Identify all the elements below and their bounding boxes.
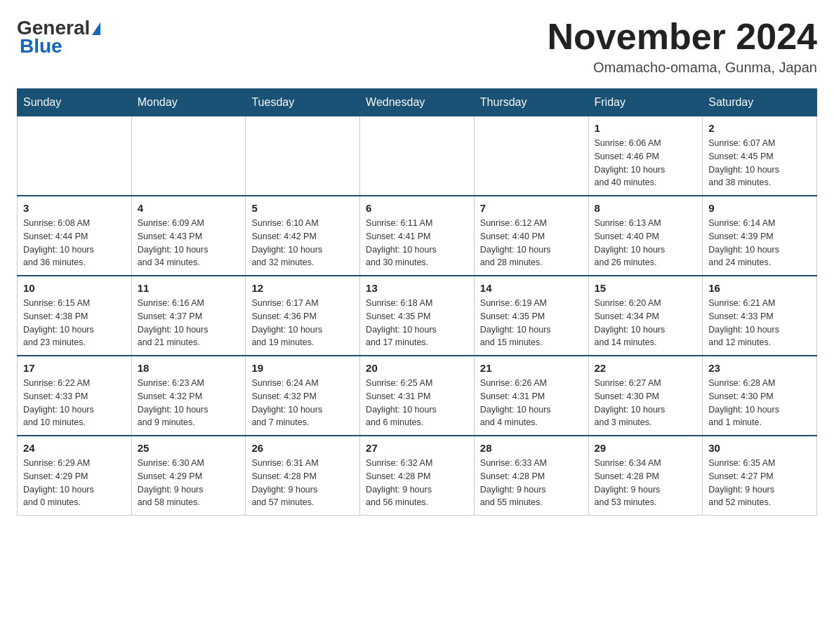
calendar-cell: 26Sunrise: 6:31 AM Sunset: 4:28 PM Dayli… xyxy=(246,436,360,516)
calendar-cell: 3Sunrise: 6:08 AM Sunset: 4:44 PM Daylig… xyxy=(18,196,132,276)
week-row-1: 1Sunrise: 6:06 AM Sunset: 4:46 PM Daylig… xyxy=(18,116,817,196)
calendar-cell: 23Sunrise: 6:28 AM Sunset: 4:30 PM Dayli… xyxy=(703,356,817,436)
day-info: Sunrise: 6:10 AM Sunset: 4:42 PM Dayligh… xyxy=(251,217,354,269)
page-header: General Blue November 2024 Omamacho-omam… xyxy=(17,17,817,76)
day-info: Sunrise: 6:16 AM Sunset: 4:37 PM Dayligh… xyxy=(138,297,240,349)
calendar-cell: 30Sunrise: 6:35 AM Sunset: 4:27 PM Dayli… xyxy=(703,436,817,516)
logo-triangle-icon xyxy=(92,22,100,35)
day-number: 22 xyxy=(595,362,697,374)
day-info: Sunrise: 6:15 AM Sunset: 4:38 PM Dayligh… xyxy=(23,297,126,349)
day-number: 7 xyxy=(480,202,583,214)
day-number: 13 xyxy=(366,282,468,294)
title-area: November 2024 Omamacho-omama, Gunma, Jap… xyxy=(548,17,817,76)
calendar-cell: 18Sunrise: 6:23 AM Sunset: 4:32 PM Dayli… xyxy=(131,356,246,436)
day-info: Sunrise: 6:17 AM Sunset: 4:36 PM Dayligh… xyxy=(251,297,354,349)
day-info: Sunrise: 6:30 AM Sunset: 4:29 PM Dayligh… xyxy=(138,457,240,509)
day-header-thursday: Thursday xyxy=(474,89,588,116)
day-header-row: SundayMondayTuesdayWednesdayThursdayFrid… xyxy=(18,89,817,116)
day-header-saturday: Saturday xyxy=(703,89,817,116)
calendar-cell: 28Sunrise: 6:33 AM Sunset: 4:28 PM Dayli… xyxy=(474,436,588,516)
day-number: 8 xyxy=(595,202,697,214)
calendar-cell: 9Sunrise: 6:14 AM Sunset: 4:39 PM Daylig… xyxy=(703,196,817,276)
day-info: Sunrise: 6:26 AM Sunset: 4:31 PM Dayligh… xyxy=(480,377,583,429)
day-number: 4 xyxy=(138,202,240,214)
day-info: Sunrise: 6:14 AM Sunset: 4:39 PM Dayligh… xyxy=(708,217,811,269)
day-header-sunday: Sunday xyxy=(18,89,132,116)
day-number: 1 xyxy=(595,122,697,134)
day-info: Sunrise: 6:31 AM Sunset: 4:28 PM Dayligh… xyxy=(251,457,354,509)
day-info: Sunrise: 6:07 AM Sunset: 4:45 PM Dayligh… xyxy=(708,137,811,189)
day-number: 15 xyxy=(595,282,697,294)
day-number: 19 xyxy=(251,362,354,374)
day-info: Sunrise: 6:08 AM Sunset: 4:44 PM Dayligh… xyxy=(23,217,126,269)
day-number: 11 xyxy=(138,282,240,294)
calendar-cell xyxy=(474,116,588,196)
day-info: Sunrise: 6:25 AM Sunset: 4:31 PM Dayligh… xyxy=(366,377,468,429)
calendar-cell: 19Sunrise: 6:24 AM Sunset: 4:32 PM Dayli… xyxy=(246,356,360,436)
calendar-cell: 7Sunrise: 6:12 AM Sunset: 4:40 PM Daylig… xyxy=(474,196,588,276)
calendar-cell xyxy=(131,116,246,196)
calendar-cell: 27Sunrise: 6:32 AM Sunset: 4:28 PM Dayli… xyxy=(360,436,475,516)
day-info: Sunrise: 6:27 AM Sunset: 4:30 PM Dayligh… xyxy=(595,377,697,429)
location-text: Omamacho-omama, Gunma, Japan xyxy=(548,60,817,76)
day-info: Sunrise: 6:19 AM Sunset: 4:35 PM Dayligh… xyxy=(480,297,583,349)
day-number: 28 xyxy=(480,442,583,454)
day-number: 18 xyxy=(138,362,240,374)
calendar-cell: 10Sunrise: 6:15 AM Sunset: 4:38 PM Dayli… xyxy=(18,276,132,356)
day-number: 12 xyxy=(251,282,354,294)
day-header-friday: Friday xyxy=(588,89,703,116)
week-row-2: 3Sunrise: 6:08 AM Sunset: 4:44 PM Daylig… xyxy=(18,196,817,276)
day-info: Sunrise: 6:20 AM Sunset: 4:34 PM Dayligh… xyxy=(595,297,697,349)
calendar-cell: 20Sunrise: 6:25 AM Sunset: 4:31 PM Dayli… xyxy=(360,356,475,436)
day-number: 25 xyxy=(138,442,240,454)
day-number: 26 xyxy=(251,442,354,454)
day-header-tuesday: Tuesday xyxy=(246,89,360,116)
calendar-cell: 25Sunrise: 6:30 AM Sunset: 4:29 PM Dayli… xyxy=(131,436,246,516)
day-number: 5 xyxy=(251,202,354,214)
calendar-cell: 22Sunrise: 6:27 AM Sunset: 4:30 PM Dayli… xyxy=(588,356,703,436)
day-info: Sunrise: 6:13 AM Sunset: 4:40 PM Dayligh… xyxy=(595,217,697,269)
logo: General Blue xyxy=(17,17,100,58)
calendar-cell: 13Sunrise: 6:18 AM Sunset: 4:35 PM Dayli… xyxy=(360,276,475,356)
day-info: Sunrise: 6:33 AM Sunset: 4:28 PM Dayligh… xyxy=(480,457,583,509)
day-number: 10 xyxy=(23,282,126,294)
day-number: 14 xyxy=(480,282,583,294)
calendar-cell: 1Sunrise: 6:06 AM Sunset: 4:46 PM Daylig… xyxy=(588,116,703,196)
calendar-cell: 29Sunrise: 6:34 AM Sunset: 4:28 PM Dayli… xyxy=(588,436,703,516)
day-header-wednesday: Wednesday xyxy=(360,89,475,116)
day-header-monday: Monday xyxy=(131,89,246,116)
calendar-table: SundayMondayTuesdayWednesdayThursdayFrid… xyxy=(17,88,817,516)
day-info: Sunrise: 6:23 AM Sunset: 4:32 PM Dayligh… xyxy=(138,377,240,429)
calendar-cell: 17Sunrise: 6:22 AM Sunset: 4:33 PM Dayli… xyxy=(18,356,132,436)
calendar-cell: 14Sunrise: 6:19 AM Sunset: 4:35 PM Dayli… xyxy=(474,276,588,356)
day-info: Sunrise: 6:29 AM Sunset: 4:29 PM Dayligh… xyxy=(23,457,126,509)
day-info: Sunrise: 6:12 AM Sunset: 4:40 PM Dayligh… xyxy=(480,217,583,269)
logo-blue-text: Blue xyxy=(20,35,62,58)
day-number: 6 xyxy=(366,202,468,214)
day-info: Sunrise: 6:21 AM Sunset: 4:33 PM Dayligh… xyxy=(708,297,811,349)
calendar-cell: 24Sunrise: 6:29 AM Sunset: 4:29 PM Dayli… xyxy=(18,436,132,516)
month-title: November 2024 xyxy=(548,17,817,57)
calendar-cell: 5Sunrise: 6:10 AM Sunset: 4:42 PM Daylig… xyxy=(246,196,360,276)
calendar-cell xyxy=(246,116,360,196)
calendar-cell: 12Sunrise: 6:17 AM Sunset: 4:36 PM Dayli… xyxy=(246,276,360,356)
day-info: Sunrise: 6:35 AM Sunset: 4:27 PM Dayligh… xyxy=(708,457,811,509)
day-info: Sunrise: 6:22 AM Sunset: 4:33 PM Dayligh… xyxy=(23,377,126,429)
day-info: Sunrise: 6:32 AM Sunset: 4:28 PM Dayligh… xyxy=(366,457,468,509)
day-number: 24 xyxy=(23,442,126,454)
day-number: 17 xyxy=(23,362,126,374)
day-info: Sunrise: 6:18 AM Sunset: 4:35 PM Dayligh… xyxy=(366,297,468,349)
day-info: Sunrise: 6:11 AM Sunset: 4:41 PM Dayligh… xyxy=(366,217,468,269)
day-number: 2 xyxy=(708,122,811,134)
day-info: Sunrise: 6:24 AM Sunset: 4:32 PM Dayligh… xyxy=(251,377,354,429)
day-number: 30 xyxy=(708,442,811,454)
day-number: 21 xyxy=(480,362,583,374)
calendar-cell: 4Sunrise: 6:09 AM Sunset: 4:43 PM Daylig… xyxy=(131,196,246,276)
day-info: Sunrise: 6:09 AM Sunset: 4:43 PM Dayligh… xyxy=(138,217,240,269)
calendar-cell xyxy=(18,116,132,196)
day-number: 29 xyxy=(595,442,697,454)
day-number: 9 xyxy=(708,202,811,214)
day-info: Sunrise: 6:06 AM Sunset: 4:46 PM Dayligh… xyxy=(595,137,697,189)
day-number: 27 xyxy=(366,442,468,454)
calendar-cell xyxy=(360,116,475,196)
